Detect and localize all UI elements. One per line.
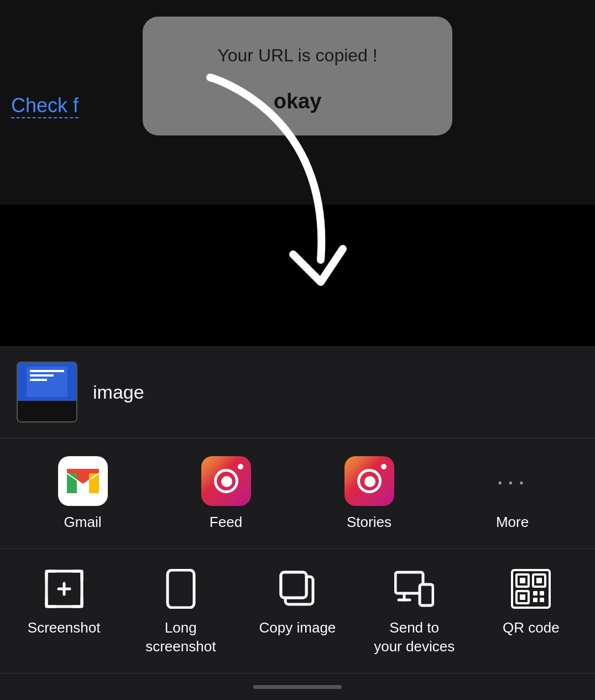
instagram-stories-icon: [345, 456, 394, 506]
instagram-stories-label: Stories: [347, 514, 392, 531]
long-screenshot-label: Longscreenshot: [145, 619, 216, 656]
instagram-feed-icon: [201, 456, 251, 506]
preview-thumbnail: [17, 362, 77, 422]
svg-rect-21: [536, 578, 542, 583]
screenshot-label: Screenshot: [28, 619, 101, 638]
svg-rect-24: [533, 591, 537, 595]
url-copied-dialog: Your URL is copied ! okay: [143, 17, 452, 135]
preview-row: image: [0, 346, 595, 438]
dialog-message: Your URL is copied !: [165, 44, 430, 67]
more-dots-icon: ···: [488, 456, 537, 506]
action-screenshot[interactable]: Screenshot: [9, 569, 119, 638]
copy-image-label: Copy image: [259, 619, 336, 638]
action-send-to-devices[interactable]: Send toyour devices: [359, 569, 469, 656]
home-indicator: [0, 673, 595, 700]
more-label: More: [496, 514, 529, 531]
action-qr-code[interactable]: QR code: [476, 569, 586, 638]
send-to-devices-label: Send toyour devices: [374, 619, 455, 656]
qr-code-label: QR code: [503, 619, 560, 638]
actions-row: Screenshot Longscreenshot: [0, 549, 595, 673]
home-bar: [253, 685, 342, 689]
action-copy-image[interactable]: Copy image: [242, 569, 353, 638]
send-to-devices-icon: [394, 569, 434, 609]
copy-image-icon: [278, 569, 317, 609]
apps-row: Gmail Feed Stories ··· More: [0, 438, 595, 549]
action-long-screenshot[interactable]: Longscreenshot: [126, 569, 236, 656]
svg-rect-27: [540, 598, 544, 602]
long-screenshot-icon: [161, 569, 201, 609]
svg-rect-5: [67, 469, 99, 473]
preview-label: image: [93, 382, 144, 403]
share-sheet: image Gmail Feed: [0, 346, 595, 700]
svg-rect-12: [281, 572, 306, 598]
svg-rect-19: [520, 578, 525, 583]
app-instagram-feed[interactable]: Feed: [201, 456, 251, 531]
gmail-label: Gmail: [64, 514, 102, 531]
svg-rect-25: [540, 591, 544, 595]
svg-rect-26: [533, 598, 537, 602]
svg-rect-23: [520, 594, 525, 600]
svg-rect-14: [420, 584, 433, 605]
svg-rect-9: [168, 570, 194, 608]
qr-code-icon: [511, 569, 551, 609]
background-link: Check f: [11, 94, 79, 118]
instagram-feed-label: Feed: [210, 514, 242, 531]
app-more[interactable]: ··· More: [488, 456, 537, 531]
svg-rect-17: [512, 570, 550, 608]
app-instagram-stories[interactable]: Stories: [345, 456, 394, 531]
app-gmail[interactable]: Gmail: [58, 456, 108, 531]
dialog-ok-button[interactable]: okay: [165, 90, 430, 113]
gmail-icon: [58, 456, 108, 506]
screenshot-icon: [44, 569, 84, 609]
